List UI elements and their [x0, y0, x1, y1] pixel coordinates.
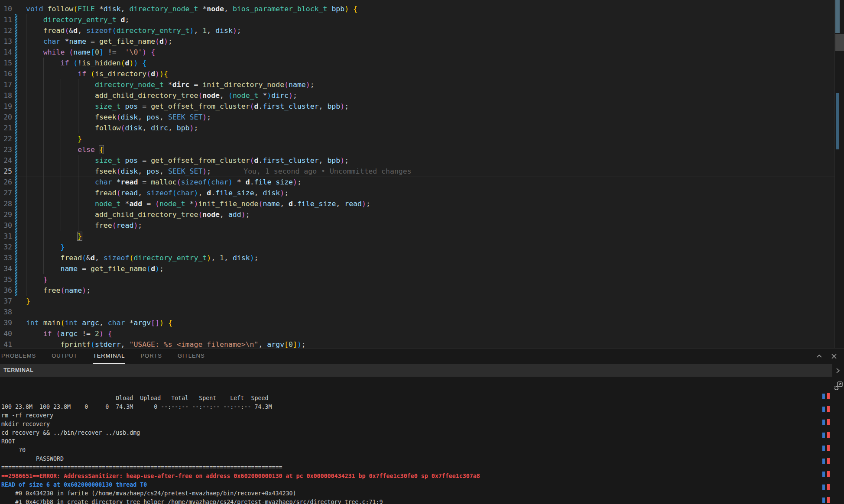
code-line-28[interactable]: 28 node_t *add = (node_t *)init_file_nod…	[0, 198, 834, 209]
line-number[interactable]: 19	[0, 101, 12, 112]
terminal-command-decoration[interactable]	[822, 459, 825, 464]
line-number[interactable]: 40	[0, 328, 12, 339]
overview-ruler-decoration	[836, 93, 839, 149]
terminal-error-decoration[interactable]	[827, 484, 830, 490]
code-line-29[interactable]: 29 add_child_directory_tree(node, add);	[0, 209, 834, 220]
terminal-line: PASSWORD	[1, 455, 64, 463]
editor-scrollbar[interactable]	[834, 0, 844, 348]
line-number[interactable]: 35	[0, 274, 12, 285]
terminal-command-decoration[interactable]	[822, 433, 825, 438]
code-line-21[interactable]: 21 follow(disk, dirc, bpb);	[0, 123, 834, 133]
code-line-22[interactable]: 22 }	[0, 133, 834, 144]
terminal-error-decoration[interactable]	[827, 406, 830, 412]
line-number[interactable]: 30	[0, 220, 12, 231]
line-number[interactable]: 16	[0, 68, 12, 79]
code-line-11[interactable]: 11 directory_entry_t d;	[0, 14, 834, 25]
line-number[interactable]: 32	[0, 242, 12, 252]
panel-tab-problems[interactable]: PROBLEMS	[1, 349, 36, 364]
line-number[interactable]: 14	[0, 47, 12, 58]
line-number[interactable]: 36	[0, 285, 12, 296]
close-panel-icon[interactable]	[830, 352, 838, 360]
line-number[interactable]: 17	[0, 79, 12, 90]
code-line-14[interactable]: 14 while (name[0] != '\0') {	[0, 47, 834, 58]
terminal-error-decoration[interactable]	[827, 471, 830, 477]
line-number[interactable]: 41	[0, 339, 12, 348]
line-number[interactable]: 25	[0, 166, 12, 177]
code-line-15[interactable]: 15 if (!is_hidden(d)) {	[0, 58, 834, 68]
panel-tab-gitlens[interactable]: GITLENS	[178, 349, 205, 364]
line-number[interactable]: 24	[0, 155, 12, 166]
terminal-error-decoration[interactable]	[827, 419, 830, 425]
line-number[interactable]: 33	[0, 252, 12, 263]
maximize-panel-icon[interactable]	[815, 352, 823, 360]
terminal-error-decoration[interactable]	[827, 497, 830, 503]
code-line-31[interactable]: 31 }	[0, 231, 834, 242]
code-line-36[interactable]: 36 free(name);	[0, 285, 834, 296]
terminal-command-decoration[interactable]	[822, 446, 825, 451]
code-line-23[interactable]: 23 else {	[0, 144, 834, 155]
terminal-error-decoration[interactable]	[827, 445, 830, 451]
panel-tab-terminal[interactable]: TERMINAL	[93, 349, 125, 364]
panel-tab-output[interactable]: OUTPUT	[52, 349, 77, 364]
line-number[interactable]: 31	[0, 231, 12, 242]
line-number[interactable]: 20	[0, 112, 12, 123]
terminal-command-decoration[interactable]	[822, 394, 825, 399]
code-line-24[interactable]: 24 size_t pos = get_offset_from_cluster(…	[0, 155, 834, 166]
line-number[interactable]: 26	[0, 177, 12, 187]
terminal-command-decoration[interactable]	[822, 472, 825, 477]
editor-scrollbar-thumb[interactable]	[835, 34, 844, 51]
line-number[interactable]: 27	[0, 187, 12, 198]
line-number[interactable]: 38	[0, 307, 12, 317]
terminal-command-decoration[interactable]	[822, 485, 825, 490]
code-line-39[interactable]: 39int main(int argc, char *argv[]) {	[0, 317, 834, 328]
terminal[interactable]: Dload Upload Total Spent Left Speed100 2…	[0, 377, 832, 504]
code-line-16[interactable]: 16 if (is_directory(d)){	[0, 68, 834, 79]
code-editor[interactable]: 10void follow(FILE *disk, directory_node…	[0, 0, 844, 348]
code-line-13[interactable]: 13 char *name = get_file_name(d);	[0, 36, 834, 47]
code-line-19[interactable]: 19 size_t pos = get_offset_from_cluster(…	[0, 101, 834, 112]
code-line-10[interactable]: 10void follow(FILE *disk, directory_node…	[0, 3, 834, 14]
debug-terminal-icon[interactable]	[833, 381, 844, 391]
terminal-command-decoration[interactable]	[822, 420, 825, 425]
terminal-command-decoration[interactable]	[822, 498, 825, 503]
code-line-34[interactable]: 34 name = get_file_name(d);	[0, 263, 834, 274]
code-line-40[interactable]: 40 if (argc != 2) {	[0, 328, 834, 339]
code-line-37[interactable]: 37}	[0, 296, 834, 307]
line-number[interactable]: 22	[0, 133, 12, 144]
terminal-line: #1 0x4c7bb8 in create_directory_tree_hel…	[1, 498, 383, 504]
line-number[interactable]: 15	[0, 58, 12, 68]
panel-tabbar: PROBLEMSOUTPUTTERMINALPORTSGITLENS	[0, 349, 844, 364]
terminal-command-decoration[interactable]	[822, 407, 825, 412]
terminal-error-decoration[interactable]	[827, 393, 830, 399]
code-line-20[interactable]: 20 fseek(disk, pos, SEEK_SET);	[0, 112, 834, 123]
terminal-error-decoration[interactable]	[827, 432, 830, 438]
line-number[interactable]: 10	[0, 3, 12, 14]
code-line-17[interactable]: 17 directory_node_t *dirc = init_directo…	[0, 79, 834, 90]
code-line-35[interactable]: 35 }	[0, 274, 834, 285]
code-line-25[interactable]: 25 fseek(disk, pos, SEEK_SET);You, 1 sec…	[0, 166, 834, 177]
line-number[interactable]: 18	[0, 90, 12, 101]
code-line-12[interactable]: 12 fread(&d, sizeof(directory_entry_t), …	[0, 25, 834, 36]
code-line-18[interactable]: 18 add_child_directory_tree(node, (node_…	[0, 90, 834, 101]
code-line-32[interactable]: 32 }	[0, 242, 834, 252]
line-number[interactable]: 28	[0, 198, 12, 209]
code-line-38[interactable]: 38	[0, 307, 834, 317]
panel-tab-ports[interactable]: PORTS	[140, 349, 162, 364]
line-number[interactable]: 39	[0, 317, 12, 328]
line-number[interactable]: 29	[0, 209, 12, 220]
code-line-41[interactable]: 41 fprintf(stderr, "USAGE: %s <image fil…	[0, 339, 834, 348]
line-number[interactable]: 34	[0, 263, 12, 274]
code-line-26[interactable]: 26 char *read = malloc(sizeof(char) * d.…	[0, 177, 834, 187]
line-number[interactable]: 12	[0, 25, 12, 36]
terminal-error-decoration[interactable]	[827, 458, 830, 464]
terminal-line: mkdir recovery	[1, 420, 50, 429]
code-line-30[interactable]: 30 free(read);	[0, 220, 834, 231]
line-number[interactable]: 23	[0, 144, 12, 155]
code-line-27[interactable]: 27 fread(read, sizeof(char), d.file_size…	[0, 187, 834, 198]
line-number[interactable]: 13	[0, 36, 12, 47]
expand-terminal-tabs-icon[interactable]	[835, 367, 841, 374]
line-number[interactable]: 21	[0, 123, 12, 133]
line-number[interactable]: 37	[0, 296, 12, 307]
code-line-33[interactable]: 33 fread(&d, sizeof(directory_entry_t), …	[0, 252, 834, 263]
line-number[interactable]: 11	[0, 14, 12, 25]
